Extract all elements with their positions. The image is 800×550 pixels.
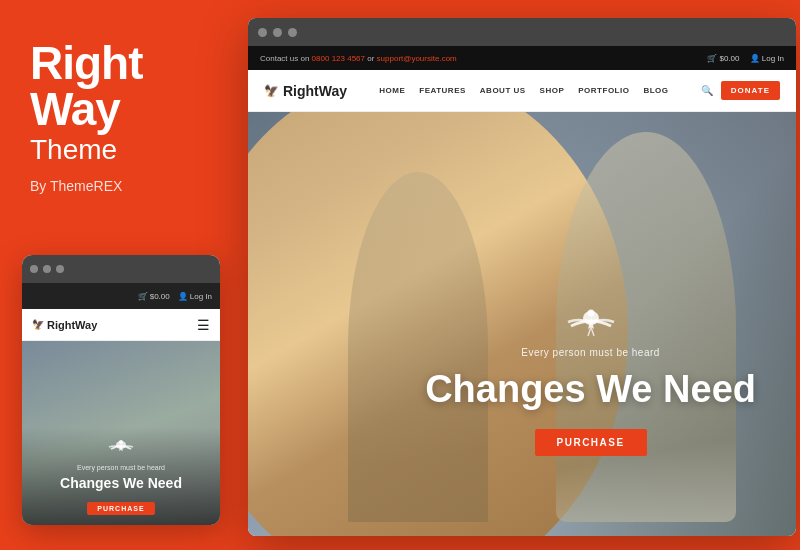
desktop-dot-1	[258, 28, 267, 37]
desktop-dot-3	[288, 28, 297, 37]
nav-blog[interactable]: BLOG	[643, 86, 668, 95]
mobile-dot-1	[30, 265, 38, 273]
mobile-eagle-icon: 🦅	[32, 319, 44, 330]
mobile-hero-title: Changes We Need	[32, 475, 210, 491]
desktop-eagle-icon: 🦅	[264, 84, 279, 98]
desktop-logo: 🦅 RightWay	[264, 83, 347, 99]
purchase-button[interactable]: PURCHASE	[535, 429, 647, 456]
hero-eagle-icon	[566, 306, 616, 341]
mobile-hero-tagline: Every person must be heard	[32, 464, 210, 471]
login-icon: 👤	[178, 292, 188, 301]
hero-title: Changes We Need	[425, 368, 756, 411]
mobile-toolbar: 🛒 $0.00 👤 Log In	[22, 283, 220, 309]
mobile-dot-3	[56, 265, 64, 273]
desktop-hero: Every person must be heard Changes We Ne…	[248, 112, 796, 536]
desktop-topbar	[248, 18, 796, 46]
desktop-dot-2	[273, 28, 282, 37]
desktop-nav-actions: 🔍 DONATE	[701, 81, 780, 100]
mobile-hero: Every person must be heard Changes We Ne…	[22, 341, 220, 525]
brand-by: By ThemeREX	[30, 178, 210, 194]
mobile-cart: 🛒 $0.00	[138, 292, 170, 301]
search-icon[interactable]: 🔍	[701, 85, 713, 96]
cart-icon: 🛒	[138, 292, 148, 301]
svg-point-1	[119, 440, 123, 444]
nav-portfolio[interactable]: PORTFOLIO	[578, 86, 629, 95]
desktop-toolbar-contact: Contact us on 0800 123 4567 or support@y…	[260, 54, 457, 63]
desktop-cart[interactable]: 🛒 $0.00	[707, 54, 739, 63]
desktop-login[interactable]: 👤 Log In	[750, 54, 784, 63]
desktop-toolbar: Contact us on 0800 123 4567 or support@y…	[248, 46, 796, 70]
mobile-hamburger-icon[interactable]: ☰	[197, 317, 210, 333]
mobile-dot-2	[43, 265, 51, 273]
brand-subtitle: Theme	[30, 134, 210, 166]
hero-tagline: Every person must be heard	[425, 347, 756, 358]
brand-title-block: Right Way Theme By ThemeREX	[30, 40, 210, 194]
mobile-topbar	[22, 255, 220, 283]
brand-title: Right Way	[30, 40, 210, 132]
desktop-mockup: Contact us on 0800 123 4567 or support@y…	[248, 18, 796, 536]
donate-button[interactable]: DONATE	[721, 81, 780, 100]
mobile-login: 👤 Log In	[178, 292, 212, 301]
nav-home[interactable]: HOME	[379, 86, 405, 95]
desktop-nav-header: 🦅 RightWay HOME FEATURES ABOUT US SHOP P…	[248, 70, 796, 112]
desktop-toolbar-right: 🛒 $0.00 👤 Log In	[707, 54, 784, 63]
mobile-logo: 🦅 RightWay	[32, 319, 97, 331]
mobile-header: 🦅 RightWay ☰	[22, 309, 220, 341]
nav-features[interactable]: FEATURES	[419, 86, 466, 95]
mobile-mockup: 🛒 $0.00 👤 Log In 🦅 RightWay ☰	[22, 255, 220, 525]
mobile-hero-eagle	[32, 437, 210, 462]
hero-content: Every person must be heard Changes We Ne…	[425, 306, 756, 456]
mobile-hero-overlay: Every person must be heard Changes We Ne…	[22, 427, 220, 525]
nav-shop[interactable]: SHOP	[540, 86, 565, 95]
svg-point-3	[587, 310, 594, 317]
desktop-nav-links: HOME FEATURES ABOUT US SHOP PORTFOLIO BL…	[379, 86, 668, 95]
nav-about[interactable]: ABOUT US	[480, 86, 526, 95]
mobile-purchase-button[interactable]: PURCHASE	[87, 502, 154, 515]
